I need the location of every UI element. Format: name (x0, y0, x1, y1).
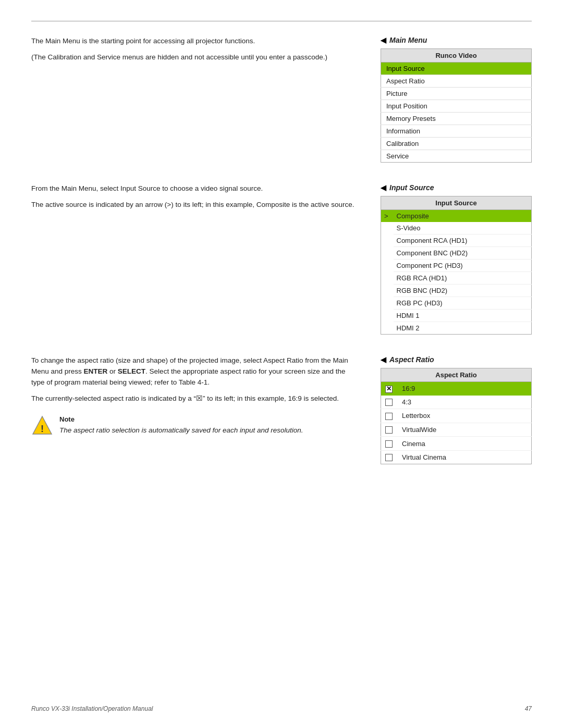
menu-item-service[interactable]: Service (381, 150, 532, 163)
page-container: The Main Menu is the starting point for … (0, 0, 563, 728)
indicator-cell: > (381, 210, 394, 223)
section1-left: The Main Menu is the starting point for … (31, 36, 365, 163)
table-row[interactable]: Cinema (381, 437, 532, 451)
svg-text:!: ! (41, 424, 44, 434)
main-menu-header: Runco Video (381, 49, 532, 63)
top-rule (31, 21, 532, 21)
indicator-cell (381, 260, 394, 272)
table-header-row: Input Source (381, 196, 532, 210)
menu-item-calibration[interactable]: Calibration (381, 138, 532, 150)
table-row[interactable]: Input Position (381, 100, 532, 113)
aspect-ratio-title: Aspect Ratio (389, 355, 434, 364)
menu-item-composite[interactable]: Composite (394, 210, 532, 223)
table-row[interactable]: Component RCA (HD1) (381, 235, 532, 247)
arrow-icon: ◀ (381, 36, 386, 44)
checkbox-cell (381, 437, 399, 451)
checkbox-cell (381, 409, 399, 423)
checkbox-cell (381, 423, 399, 437)
table-row[interactable]: > Composite (381, 210, 532, 223)
note-box: ! Note The aspect ratio selection is aut… (31, 415, 360, 441)
menu-item-rgb-bnc[interactable]: RGB BNC (HD2) (394, 285, 532, 297)
section1-para1: The Main Menu is the starting point for … (31, 36, 360, 47)
aspect-ratio-heading: ◀ Aspect Ratio (381, 355, 532, 364)
table-row[interactable]: VirtualWide (381, 423, 532, 437)
bold-select: SELECT (118, 367, 145, 375)
checkbox-empty-icon (385, 426, 393, 434)
note-label: Note (59, 415, 75, 423)
footer-right: 47 (525, 705, 532, 712)
section3-left: To change the aspect ratio (size and sha… (31, 355, 365, 464)
table-header-row: Aspect Ratio (381, 368, 532, 382)
table-row[interactable]: Component PC (HD3) (381, 260, 532, 272)
section-aspect-ratio: To change the aspect ratio (size and sha… (31, 355, 532, 464)
table-row[interactable]: Picture (381, 88, 532, 100)
table-header-row: Runco Video (381, 49, 532, 63)
menu-item-comp-rca[interactable]: Component RCA (HD1) (394, 235, 532, 247)
menu-item-input-position[interactable]: Input Position (381, 100, 532, 113)
menu-item-comp-bnc[interactable]: Component BNC (HD2) (394, 247, 532, 260)
menu-item-4-3[interactable]: 4:3 (399, 396, 532, 409)
menu-item-information[interactable]: Information (381, 125, 532, 138)
section1-para2: (The Calibration and Service menus are h… (31, 52, 360, 63)
checkbox-cell (381, 382, 399, 396)
indicator-cell (381, 235, 394, 247)
checkbox-cell (381, 396, 399, 409)
note-text: The aspect ratio selection is automatica… (59, 423, 303, 436)
indicator-cell (381, 310, 394, 322)
checkbox-empty-icon (385, 413, 393, 420)
note-content: Note The aspect ratio selection is autom… (59, 415, 303, 441)
menu-item-hdmi1[interactable]: HDMI 1 (394, 310, 532, 322)
table-row[interactable]: Information (381, 125, 532, 138)
menu-item-svideo[interactable]: S-Video (394, 222, 532, 235)
menu-item-rgb-rca[interactable]: RGB RCA (HD1) (394, 272, 532, 285)
menu-item-aspect-ratio[interactable]: Aspect Ratio (381, 75, 532, 88)
menu-item-picture[interactable]: Picture (381, 88, 532, 100)
menu-item-virtualwide[interactable]: VirtualWide (399, 423, 532, 437)
table-row[interactable]: Memory Presets (381, 113, 532, 125)
footer-left: Runco VX-33i Installation/Operation Manu… (31, 705, 153, 712)
table-row[interactable]: RGB BNC (HD2) (381, 285, 532, 297)
table-row[interactable]: 16:9 (381, 382, 532, 396)
table-row[interactable]: RGB RCA (HD1) (381, 272, 532, 285)
checkbox-cell (381, 450, 399, 464)
input-source-title: Input Source (389, 183, 434, 192)
table-row[interactable]: HDMI 1 (381, 310, 532, 322)
arrow-icon: ◀ (381, 183, 386, 192)
checkbox-checked-icon (385, 386, 393, 393)
indicator-cell (381, 285, 394, 297)
menu-item-cinema[interactable]: Cinema (399, 437, 532, 451)
note-icon: ! (31, 415, 53, 437)
table-row[interactable]: Input Source (381, 63, 532, 75)
menu-item-memory-presets[interactable]: Memory Presets (381, 113, 532, 125)
indicator-cell (381, 222, 394, 235)
table-row[interactable]: HDMI 2 (381, 322, 532, 335)
page-footer: Runco VX-33i Installation/Operation Manu… (31, 705, 532, 712)
section3-para1: To change the aspect ratio (size and sha… (31, 355, 360, 388)
table-row[interactable]: RGB PC (HD3) (381, 297, 532, 310)
section2-para1: From the Main Menu, select Input Source … (31, 183, 360, 194)
aspect-ratio-header: Aspect Ratio (381, 368, 532, 382)
main-menu-table: Runco Video Input Source Aspect Ratio Pi… (381, 48, 532, 163)
input-source-heading: ◀ Input Source (381, 183, 532, 192)
menu-item-letterbox[interactable]: Letterbox (399, 409, 532, 423)
table-row[interactable]: Letterbox (381, 409, 532, 423)
menu-item-virtual-cinema[interactable]: Virtual Cinema (399, 450, 532, 464)
menu-item-hdmi2[interactable]: HDMI 2 (394, 322, 532, 335)
table-row[interactable]: Component BNC (HD2) (381, 247, 532, 260)
menu-item-comp-pc[interactable]: Component PC (HD3) (394, 260, 532, 272)
menu-item-16-9[interactable]: 16:9 (399, 382, 532, 396)
section-main-menu: The Main Menu is the starting point for … (31, 36, 532, 163)
menu-item-rgb-pc[interactable]: RGB PC (HD3) (394, 297, 532, 310)
section3-para2: The currently-selected aspect ratio is i… (31, 393, 360, 404)
table-row[interactable]: S-Video (381, 222, 532, 235)
table-row[interactable]: 4:3 (381, 396, 532, 409)
table-row[interactable]: Virtual Cinema (381, 450, 532, 464)
table-row[interactable]: Aspect Ratio (381, 75, 532, 88)
aspect-ratio-table: Aspect Ratio 16:9 4:3 (381, 368, 532, 464)
section2-left: From the Main Menu, select Input Source … (31, 183, 365, 335)
indicator-cell (381, 297, 394, 310)
menu-item-input-source[interactable]: Input Source (381, 63, 532, 75)
table-row[interactable]: Service (381, 150, 532, 163)
table-row[interactable]: Calibration (381, 138, 532, 150)
input-source-table: Input Source > Composite S-Video Compone… (381, 196, 532, 335)
